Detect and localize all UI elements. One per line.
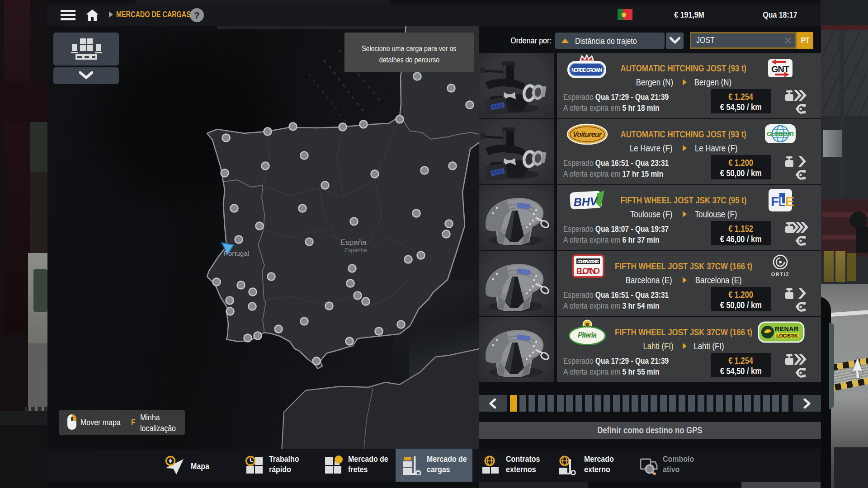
svg-text:GNT: GNT	[771, 64, 789, 74]
svg-text:GLOBEUR: GLOBEUR	[767, 131, 794, 137]
svg-text:F: F	[771, 194, 779, 209]
svg-text:España: España	[340, 238, 367, 247]
svg-text:LOGISTIK: LOGISTIK	[776, 333, 798, 338]
svg-text:Espanha: Espanha	[344, 247, 367, 253]
svg-text:ORTIZ: ORTIZ	[771, 272, 790, 277]
svg-text:E: E	[785, 194, 794, 209]
svg-text:RENAR: RENAR	[775, 325, 798, 333]
svg-text:Portugal: Portugal	[224, 249, 249, 257]
